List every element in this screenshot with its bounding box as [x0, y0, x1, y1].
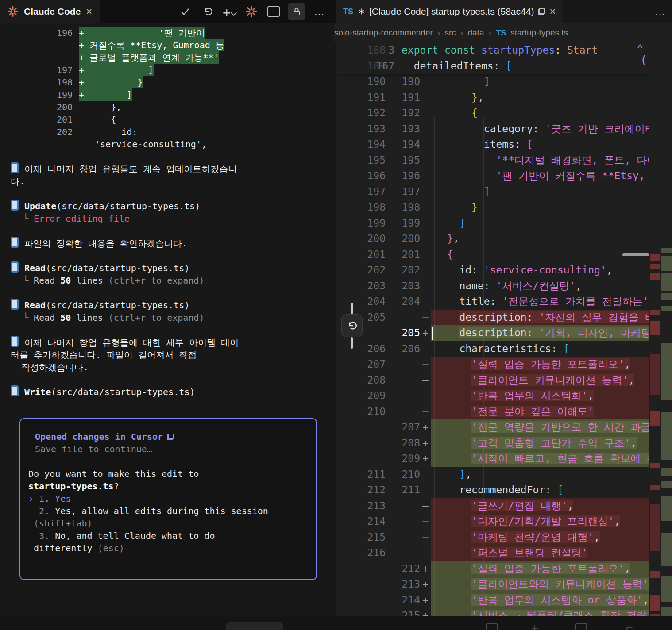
new-line-number	[386, 498, 420, 514]
old-line-number	[336, 592, 386, 608]
minimap[interactable]	[649, 42, 672, 630]
code-line[interactable]: 191191 },	[336, 90, 672, 106]
new-line-number	[386, 373, 420, 388]
terminal-diff-line: 'service-consulting',	[11, 138, 326, 150]
terminal-toolbar: + …	[177, 3, 336, 20]
code-line[interactable]: 189167 detailedItems: [	[336, 58, 672, 74]
diff-marker	[420, 215, 431, 231]
tool-result[interactable]: └ Read 50 lines (ctrl+r to expand)	[11, 274, 326, 287]
code-line[interactable]: 211210 ],	[336, 467, 672, 483]
code-line[interactable]: 214– '디자인/기획/개발 프리랜싱',	[336, 514, 672, 530]
code-line[interactable]: 193193 category: '굿즈 기반 크리에이터	[336, 121, 672, 137]
code-line[interactable]: 213+ '클라이언트와의 커뮤니케이션 능력',	[336, 576, 672, 592]
close-tab-icon[interactable]: ×	[549, 6, 556, 17]
diff-marker: –	[420, 388, 431, 404]
dialog-option[interactable]: 3. No, and tell Claude what to do differ…	[28, 530, 307, 554]
tab-claude-code[interactable]: Claude Code ×	[0, 0, 100, 23]
code-line[interactable]: 202202 id: 'service-consulting',	[336, 262, 672, 278]
new-line-number: 191	[386, 90, 420, 106]
diff-marker: +	[420, 419, 431, 435]
code-line[interactable]: 212211 recommendedFor: [	[336, 482, 672, 498]
code-line[interactable]: 216– '퍼스널 브랜딩 컨설팅'	[336, 545, 672, 561]
terminal-diff-line: 198+ }	[11, 76, 326, 88]
new-line-number: 215	[386, 608, 420, 616]
code-line[interactable]: 190190 ]	[336, 74, 672, 90]
split-editor-icon[interactable]	[266, 4, 282, 19]
code-line[interactable]: 192192 {	[336, 105, 672, 121]
diff-marker: –	[420, 545, 431, 561]
code-line[interactable]: 207– '실력 입증 가능한 포트폴리오',	[336, 357, 672, 373]
code-line[interactable]: 213– '글쓰기/편집 대행',	[336, 498, 672, 514]
code-line[interactable]: 203203 name: '서비스/컨설팅',	[336, 278, 672, 294]
code-line[interactable]: 214+ '반복 업무의 시스템화 or 상품화',	[336, 592, 672, 608]
minimap-slider[interactable]	[622, 253, 649, 256]
code-line[interactable]: 197197 ]	[336, 184, 672, 200]
bottom-strip: + ⌐	[0, 616, 672, 630]
code-line[interactable]: 205– description: '자신의 실무 경험을 바	[336, 310, 672, 326]
code-text: '클라이언트 커뮤니케이션 능력',	[431, 373, 672, 388]
editor-panel: TS [Claude Code] startup-types.ts (58ac4…	[336, 0, 672, 630]
partial-glyph-icon: ⌐	[626, 621, 633, 630]
tool-result[interactable]: └ Read 50 lines (ctrl+r to expand)	[11, 311, 326, 324]
new-session-button[interactable]: +	[221, 4, 237, 19]
code-line[interactable]: 209+ '시작이 빠르고, 현금 흐름 확보에 유	[336, 451, 672, 467]
code-line[interactable]: 212+ '실력 입증 가능한 포트폴리오',	[336, 561, 672, 577]
lock-icon[interactable]	[288, 3, 305, 20]
code-line[interactable]: 205+ description: '기획, 디자인, 마케팅	[336, 325, 672, 341]
tab-overflow-icon[interactable]: …	[655, 5, 672, 18]
old-line-number: 190	[336, 74, 386, 90]
new-line-number	[386, 310, 420, 326]
breadcrumb-item[interactable]: src	[444, 28, 456, 38]
new-line-number: 214	[386, 592, 420, 608]
old-line-number: 202	[336, 262, 386, 278]
breadcrumb-item[interactable]: solo-startup-recommender	[334, 28, 433, 38]
dialog-option[interactable]: › 1. Yes	[28, 492, 307, 505]
open-changes-icon[interactable]	[538, 8, 545, 15]
terminal-messages: 이제 나머지 창업 유형들도 계속 업데이트하겠습니 다.Update(src/…	[11, 162, 326, 398]
code-line[interactable]: 206206 characteristics: [	[336, 341, 672, 357]
breadcrumb-item[interactable]: data	[467, 28, 484, 38]
code-line[interactable]: 1883export const startupTypes: Start	[336, 42, 672, 58]
message-text: 이제 나머지 창업 유형들도 계속 업데이트하겠습니 다.	[11, 164, 237, 187]
code-line[interactable]: 200200 },	[336, 231, 672, 247]
code-line[interactable]: 201201 {	[336, 247, 672, 263]
gutter-line	[351, 303, 353, 314]
revert-change-widget[interactable]	[341, 303, 363, 349]
claude-code-panel: Claude Code × +	[0, 0, 336, 630]
dialog-option[interactable]: 2. Yes, allow all edits during this sess…	[28, 505, 307, 530]
code-text: '퍼스널 브랜딩 컨설팅'	[431, 545, 672, 561]
new-line-number: 206	[386, 341, 420, 357]
code-line[interactable]: 198198 }	[336, 200, 672, 215]
code-line[interactable]: 207+ '전문 역량을 기반으로 한 시간 과금형	[336, 419, 672, 435]
code-line[interactable]: 195195 '**디지털 배경화면, 폰트, 다이	[336, 153, 672, 169]
breadcrumb-file[interactable]: startup-types.ts	[510, 28, 568, 38]
code-line[interactable]: 196196 '팬 기반이 커질수록 **Etsy,	[336, 168, 672, 184]
revert-button[interactable]	[341, 314, 363, 337]
check-icon[interactable]	[177, 4, 193, 19]
close-tab-icon[interactable]: ×	[86, 6, 92, 17]
code-text: },	[431, 231, 672, 247]
code-line[interactable]: 199199 ]	[336, 215, 672, 231]
tool-result[interactable]: └ Error editing file	[11, 212, 326, 225]
terminal-diff-line: 196+ '팬 기반이	[11, 27, 326, 39]
code-line[interactable]: 215– '마케팅 전략/운영 대행',	[336, 530, 672, 545]
code-line[interactable]: 210– '전문 분야 깊은 이해도'	[336, 404, 672, 420]
claude-starburst-icon[interactable]	[243, 4, 259, 19]
code-line[interactable]: 209– '반복 업무의 시스템화',	[336, 388, 672, 404]
undo-icon[interactable]	[199, 4, 215, 19]
diff-marker	[420, 278, 431, 294]
line-number	[11, 39, 79, 51]
dialog-options: › 1. Yes 2. Yes, allow all edits during …	[28, 492, 307, 554]
code-line[interactable]: 194194 items: [	[336, 137, 672, 153]
more-actions-icon[interactable]: …	[312, 4, 328, 19]
tool-name: Read	[24, 263, 46, 273]
tab-startup-types[interactable]: TS [Claude Code] startup-types.ts (58ac4…	[336, 0, 562, 23]
code-line[interactable]: 208+ '고객 맞춤형 고단가 수익 구조',	[336, 435, 672, 451]
partial-toolbar-icon	[575, 623, 587, 630]
code-text: ]	[431, 74, 672, 90]
assistant-message: Read(src/data/startup-types.ts)└ Read 50…	[11, 299, 326, 324]
code-line[interactable]: 204204 title: '전문성으로 가치를 전달하는',	[336, 294, 672, 310]
code-line[interactable]: 208– '클라이언트 커뮤니케이션 능력',	[336, 373, 672, 388]
code-line[interactable]: 215+ '서비스 → 템플릿/클래스 확장 전략'	[336, 608, 672, 616]
chevron-right-icon: ›	[437, 28, 440, 38]
